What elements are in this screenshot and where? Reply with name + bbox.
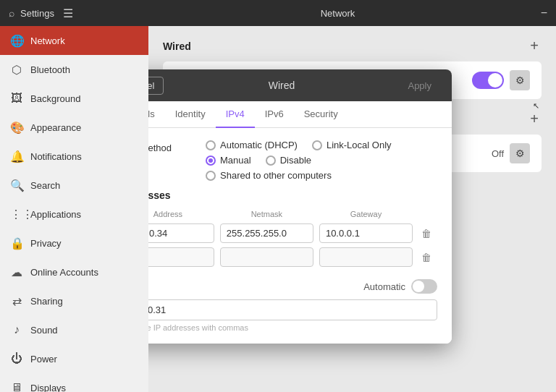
appearance-icon: 🎨: [10, 121, 23, 135]
gateway-input-0[interactable]: [319, 223, 413, 243]
app-title: Settings: [20, 8, 54, 19]
window-title: Network: [148, 8, 527, 19]
sidebar-item-notifications[interactable]: 🔔 Notifications: [0, 142, 148, 171]
power-icon: ⏻: [10, 352, 23, 365]
tab-ipv4[interactable]: IPv4: [216, 101, 255, 128]
sidebar-label-bluetooth: Bluetooth: [30, 64, 70, 75]
col-header-address: Address: [148, 207, 217, 221]
delete-row-0-button[interactable]: 🗑: [418, 225, 434, 242]
sidebar-label-background: Background: [30, 93, 80, 104]
sound-icon: ♪: [10, 323, 23, 336]
tab-security[interactable]: Security: [294, 101, 348, 128]
sidebar-label-displays: Displays: [30, 383, 66, 393]
col-header-delete: [416, 207, 437, 221]
gateway-input-1[interactable]: [319, 247, 413, 267]
applications-icon: ⋮⋮: [10, 208, 23, 221]
sidebar-item-search[interactable]: 🔍 Search: [0, 171, 148, 200]
sidebar-item-power[interactable]: ⏻ Power: [0, 344, 148, 373]
col-header-netmask: Netmask: [217, 207, 316, 221]
radio-shared[interactable]: Shared to other computers: [206, 170, 332, 181]
ipv4-method-row: IPv4 Method Automatic (DHCP) Link-Local …: [148, 140, 437, 181]
content-area: Wired + Connected - 1000 Mb/s ⚙ ↖ VPN + …: [148, 26, 556, 392]
cancel-button[interactable]: Cancel: [148, 77, 164, 95]
dns-auto-toggle[interactable]: [411, 279, 437, 294]
sharing-icon: ⇄: [10, 294, 23, 308]
background-icon: 🖼: [10, 92, 23, 105]
main-layout: 🌐 Network ⬡ Bluetooth 🖼 Background 🎨 App…: [0, 26, 556, 392]
sidebar-label-network: Network: [30, 35, 65, 46]
radio-link-local[interactable]: Link-Local Only: [312, 140, 392, 150]
hamburger-icon[interactable]: ☰: [60, 4, 76, 23]
radio-label-shared: Shared to other computers: [220, 170, 332, 181]
address-input-1[interactable]: [148, 247, 214, 267]
addresses-table: Address Netmask Gateway: [148, 207, 437, 269]
radio-disable[interactable]: Disable: [266, 155, 311, 166]
dns-hint: Separate IP addresses with commas: [148, 323, 437, 332]
privacy-icon: 🔒: [10, 237, 23, 250]
radio-circle-shared: [206, 171, 216, 181]
modal-body: IPv4 Method Automatic (DHCP) Link-Local …: [148, 128, 452, 344]
delete-row-1-button[interactable]: 🗑: [418, 249, 434, 266]
dns-section: DNS Automatic Separate IP addresses with…: [148, 279, 437, 332]
sidebar-label-sound: Sound: [30, 325, 58, 336]
address-input-0[interactable]: [148, 223, 214, 243]
sidebar-label-appearance: Appearance: [30, 122, 81, 133]
sidebar-item-applications[interactable]: ⋮⋮ Applications: [0, 200, 148, 229]
sidebar-item-sound[interactable]: ♪ Sound: [0, 315, 148, 344]
sidebar-item-displays[interactable]: 🖥 Displays: [0, 373, 148, 392]
netmask-input-1[interactable]: [220, 247, 313, 267]
sidebar: 🌐 Network ⬡ Bluetooth 🖼 Background 🎨 App…: [0, 26, 148, 392]
sidebar-item-appearance[interactable]: 🎨 Appearance: [0, 113, 148, 142]
sidebar-item-network[interactable]: 🌐 Network: [0, 26, 148, 55]
radio-circle-disable: [266, 155, 276, 166]
titlebar-left: ⌕ Settings ☰: [0, 4, 148, 23]
search-nav-icon: 🔍: [10, 179, 23, 192]
bluetooth-icon: ⬡: [10, 63, 23, 77]
online-accounts-icon: ☁: [10, 265, 23, 279]
ipv4-method-label: IPv4 Method: [148, 140, 206, 153]
tab-identity[interactable]: Identity: [165, 101, 216, 128]
sidebar-item-online-accounts[interactable]: ☁ Online Accounts: [0, 257, 148, 286]
col-header-gateway: Gateway: [316, 207, 416, 221]
radio-circle-link: [312, 140, 322, 150]
apply-button[interactable]: Apply: [399, 77, 440, 94]
modal-title: Wired: [164, 80, 399, 91]
sidebar-item-sharing[interactable]: ⇄ Sharing: [0, 286, 148, 315]
radio-row-2: Manual Disable: [206, 155, 392, 166]
sidebar-label-sharing: Sharing: [30, 296, 63, 307]
tab-ipv6[interactable]: IPv6: [255, 101, 294, 128]
radio-circle-manual: [206, 155, 216, 166]
sidebar-label-applications: Applications: [30, 209, 81, 220]
dns-auto-row: Automatic: [363, 279, 437, 294]
notifications-icon: 🔔: [10, 150, 23, 163]
addresses-section: Addresses Address Netmask Gateway: [148, 189, 437, 269]
sidebar-item-privacy[interactable]: 🔒 Privacy: [0, 229, 148, 257]
address-row-0: 🗑: [148, 221, 437, 245]
radio-label-link: Link-Local Only: [327, 140, 392, 150]
ipv4-method-options: Automatic (DHCP) Link-Local Only: [206, 140, 392, 181]
sidebar-item-background[interactable]: 🖼 Background: [0, 84, 148, 113]
titlebar-right: −: [527, 7, 556, 20]
sidebar-item-bluetooth[interactable]: ⬡ Bluetooth: [0, 55, 148, 84]
modal-tabs: Details Identity IPv4 IPv6 Security: [148, 101, 452, 128]
sidebar-label-power: Power: [30, 354, 57, 365]
modal-header: Cancel Wired Apply: [148, 69, 452, 101]
dns-input[interactable]: [148, 299, 437, 320]
close-button[interactable]: −: [541, 7, 547, 20]
radio-auto-dhcp[interactable]: Automatic (DHCP): [206, 140, 298, 150]
dns-toggle-knob: [413, 281, 424, 292]
address-row-1: 🗑: [148, 245, 437, 269]
netmask-input-0[interactable]: [220, 223, 313, 243]
sidebar-label-notifications: Notifications: [30, 151, 82, 162]
sidebar-label-privacy: Privacy: [30, 238, 62, 249]
radio-manual[interactable]: Manual: [206, 155, 251, 166]
titlebar: ⌕ Settings ☰ Network −: [0, 0, 556, 26]
search-icon[interactable]: ⌕: [9, 7, 14, 19]
sidebar-label-search: Search: [30, 180, 60, 191]
radio-label-manual: Manual: [220, 155, 251, 166]
dns-auto-label: Automatic: [363, 281, 405, 292]
tab-details[interactable]: Details: [148, 101, 165, 128]
radio-row-1: Automatic (DHCP) Link-Local Only: [206, 140, 392, 150]
addresses-title: Addresses: [148, 189, 437, 201]
displays-icon: 🖥: [10, 381, 23, 392]
